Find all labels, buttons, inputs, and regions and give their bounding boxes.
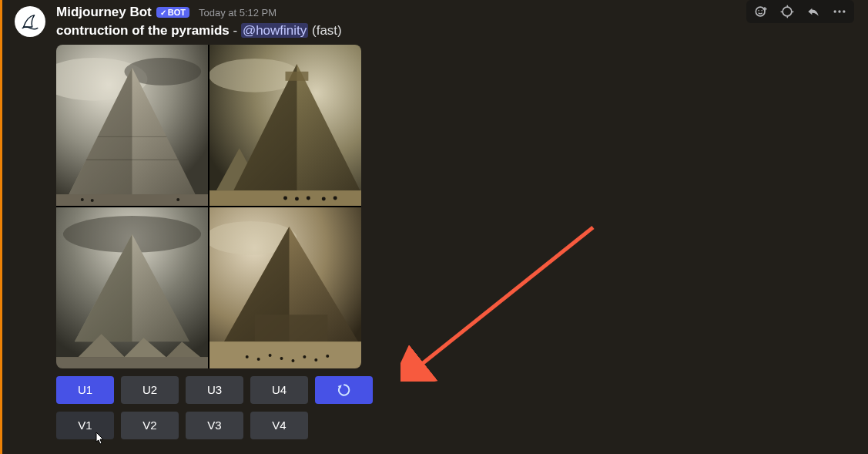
svg-rect-30: [56, 357, 208, 368]
bot-badge-label: BOT: [168, 8, 186, 17]
svg-point-8: [81, 198, 84, 201]
svg-point-44: [326, 355, 329, 358]
super-reaction-icon[interactable]: [779, 3, 796, 20]
image-cell-3[interactable]: [56, 207, 208, 368]
svg-rect-35: [255, 314, 328, 344]
image-cell-2[interactable]: [209, 45, 361, 206]
bot-badge: ✓ BOT: [156, 7, 189, 18]
image-cell-1[interactable]: [56, 45, 208, 206]
svg-point-41: [291, 359, 294, 362]
svg-point-52: [843, 10, 845, 12]
variation-row: V1 V2 V3 V4: [56, 412, 856, 439]
svg-point-22: [333, 196, 337, 200]
svg-point-38: [257, 358, 260, 361]
svg-point-51: [838, 10, 840, 12]
timestamp: Today at 5:12 PM: [199, 7, 276, 18]
author-name[interactable]: Midjourney Bot: [56, 5, 152, 20]
separator: -: [230, 23, 241, 38]
prompt-text: contruction of the pyramids: [56, 23, 230, 38]
message-content: Midjourney Bot ✓ BOT Today at 5:12 PM co…: [56, 5, 856, 454]
message-header: Midjourney Bot ✓ BOT Today at 5:12 PM: [56, 5, 856, 20]
user-mention[interactable]: @howfinity: [241, 23, 308, 38]
svg-point-39: [269, 354, 272, 357]
image-cell-4[interactable]: [209, 207, 361, 368]
reply-icon[interactable]: [805, 3, 822, 20]
u2-button[interactable]: U2: [121, 376, 179, 404]
svg-point-43: [314, 358, 317, 362]
more-icon[interactable]: [831, 3, 848, 20]
u1-button[interactable]: U1: [56, 376, 114, 404]
svg-point-10: [176, 198, 179, 201]
generated-image-grid[interactable]: [56, 45, 361, 368]
message-text: contruction of the pyramids - @howfinity…: [56, 22, 856, 40]
mode-suffix: (fast): [308, 23, 341, 38]
svg-point-50: [834, 10, 836, 12]
svg-point-19: [295, 197, 299, 200]
svg-rect-16: [286, 72, 309, 81]
v3-button[interactable]: V3: [186, 412, 243, 439]
message-hover-actions: [746, 0, 854, 23]
verified-check-icon: ✓: [160, 8, 166, 17]
svg-point-49: [783, 7, 792, 16]
upscale-row: U1 U2 U3 U4: [56, 376, 856, 404]
svg-rect-7: [56, 194, 208, 206]
v4-button[interactable]: V4: [250, 412, 308, 439]
svg-point-9: [91, 199, 94, 202]
reroll-button[interactable]: [315, 376, 373, 404]
v1-button[interactable]: V1: [56, 412, 114, 439]
v2-button[interactable]: V2: [121, 412, 179, 439]
svg-point-21: [322, 197, 326, 200]
avatar[interactable]: [15, 6, 45, 37]
discord-message: Midjourney Bot ✓ BOT Today at 5:12 PM co…: [0, 0, 868, 454]
svg-point-48: [761, 10, 762, 12]
svg-point-37: [246, 355, 249, 358]
svg-rect-36: [209, 341, 361, 368]
svg-point-18: [283, 196, 287, 200]
add-reaction-icon[interactable]: [752, 3, 769, 20]
svg-point-47: [758, 10, 759, 12]
svg-point-40: [280, 357, 283, 360]
midjourney-logo-icon: [19, 11, 41, 32]
svg-point-20: [307, 196, 310, 200]
svg-point-42: [303, 355, 306, 358]
refresh-icon: [337, 382, 352, 398]
u3-button[interactable]: U3: [186, 376, 243, 404]
u4-button[interactable]: U4: [250, 376, 308, 404]
